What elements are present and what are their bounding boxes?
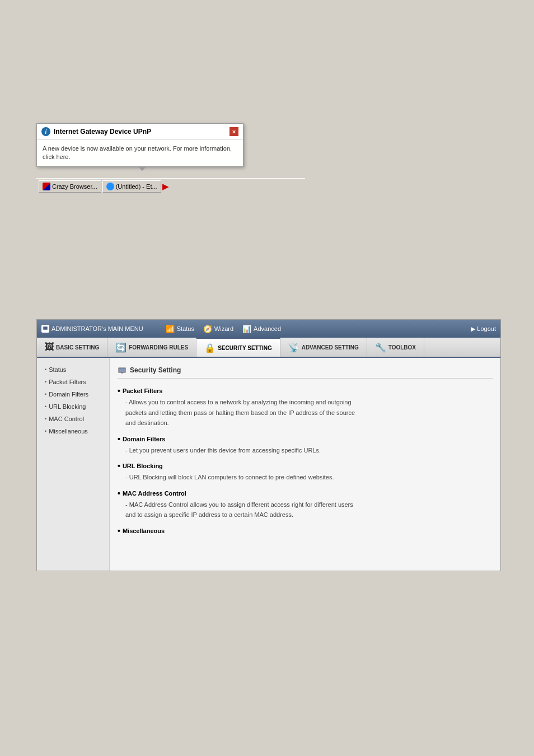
tooltip-header: i Internet Gateway Device UPnP × [37, 124, 243, 140]
info-icon: i [41, 127, 50, 136]
miscellaneous-title-label: Miscellaneous [123, 528, 165, 534]
svg-rect-2 [119, 368, 125, 372]
forwarding-rules-icon: 🔄 [115, 342, 127, 353]
mac-control-desc: - MAC Address Control allows you to assi… [118, 500, 493, 520]
sidebar-item-domain-filters-label: Domain Filters [49, 391, 88, 398]
packet-filters-desc: - Allows you to control access to a netw… [118, 398, 493, 428]
top-nav-links: 📶 Status 🧭 Wizard 📊 Advanced [166, 325, 281, 333]
wizard-icon: 🧭 [203, 325, 212, 333]
packet-filters-title-label: Packet Filters [123, 388, 163, 394]
top-nav: ADMINISTRATOR's MAIN MENU 📶 Status 🧭 Wiz… [37, 320, 500, 338]
tooltip-title: Internet Gateway Device UPnP [54, 128, 151, 136]
sidebar-item-mac-control[interactable]: • MAC Control [37, 413, 109, 425]
bullet-icon: • [118, 435, 120, 444]
bullet-icon: • [118, 461, 120, 470]
taskbar: Crazy Browser... (Untitled) - Et... ▶ [36, 178, 305, 194]
tooltip-popup: i Internet Gateway Device UPnP × A new d… [36, 123, 243, 167]
sidebar-item-miscellaneous[interactable]: • Miscellaneous [37, 425, 109, 437]
bullet-icon: • [45, 428, 46, 434]
nav-link-advanced[interactable]: 📊 Advanced [242, 325, 281, 333]
forwarding-rules-label: FORWARDING RULES [129, 344, 188, 351]
content-item-url-blocking-title: • URL Blocking [118, 461, 493, 470]
main-content: Security Setting • Packet Filters - Allo… [110, 358, 500, 571]
logout-button[interactable]: ▶ Logout [471, 325, 496, 333]
mac-control-title-label: MAC Address Control [123, 490, 186, 497]
basic-setting-icon: 🖼 [45, 342, 54, 352]
content-item-packet-filters-title: • Packet Filters [118, 386, 493, 395]
content-item-miscellaneous: • Miscellaneous [118, 526, 493, 535]
packet-filters-desc-line-0: - Allows you to control access to a netw… [125, 398, 493, 407]
security-setting-icon: 🔒 [204, 343, 216, 353]
sidebar-item-mac-control-label: MAC Control [49, 416, 84, 422]
bullet-icon: • [45, 404, 46, 409]
url-blocking-desc: - URL Blocking will block LAN computers … [118, 473, 493, 482]
bullet-icon: • [45, 379, 46, 385]
router-admin-container: ADMINISTRATOR's MAIN MENU 📶 Status 🧭 Wiz… [36, 319, 501, 571]
sidebar-item-domain-filters[interactable]: • Domain Filters [37, 388, 109, 400]
sidebar-item-miscellaneous-label: Miscellaneous [49, 428, 88, 435]
url-blocking-desc-line-0: - URL Blocking will block LAN computers … [125, 473, 493, 482]
taskbar-item-crazy-browser[interactable]: Crazy Browser... [39, 180, 101, 193]
taskbar-arrow: ▶ [162, 182, 168, 191]
advanced-setting-icon: 📡 [288, 342, 299, 353]
bullet-icon: • [45, 367, 46, 372]
tooltip-tail [138, 166, 147, 171]
packet-filters-desc-line-1: packets and letting them pass or halting… [125, 408, 493, 418]
nav-link-status[interactable]: 📶 Status [166, 325, 194, 333]
content-item-domain-filters-title: • Domain Filters [118, 435, 493, 444]
section-header: Security Setting [118, 366, 493, 379]
taskbar-item-browser[interactable]: (Untitled) - Et... [102, 180, 161, 193]
svg-rect-0 [43, 326, 48, 330]
advanced-icon: 📊 [242, 325, 251, 333]
status-icon: 📶 [166, 325, 175, 333]
domain-filters-desc-line-0: - Let you prevent users under this devic… [125, 446, 493, 455]
mac-control-desc-line-0: - MAC Address Control allows you to assi… [125, 500, 493, 510]
url-blocking-title-label: URL Blocking [123, 463, 163, 469]
brand-label: ADMINISTRATOR's MAIN MENU [51, 325, 143, 332]
svg-rect-3 [121, 372, 123, 373]
secnav-forwarding-rules[interactable]: 🔄 FORWARDING RULES [107, 338, 196, 357]
bullet-icon: • [118, 386, 120, 395]
basic-setting-label: BASIC SETTING [56, 344, 99, 351]
tooltip-close-button[interactable]: × [229, 127, 238, 136]
domain-filters-title-label: Domain Filters [123, 436, 165, 442]
crazy-browser-icon [43, 183, 50, 190]
tooltip-header-left: i Internet Gateway Device UPnP [41, 127, 151, 136]
sidebar-item-url-blocking-label: URL Blocking [49, 403, 86, 410]
packet-filters-desc-line-2: and destination. [125, 418, 493, 428]
sec-nav: 🖼 BASIC SETTING 🔄 FORWARDING RULES 🔒 SEC… [37, 338, 500, 358]
secnav-toolbox[interactable]: 🔧 TOOLBOX [367, 338, 424, 357]
nav-link-wizard-label: Wizard [214, 325, 233, 332]
secnav-security-setting[interactable]: 🔒 SECURITY SETTING [196, 338, 280, 357]
nav-link-advanced-label: Advanced [254, 325, 281, 332]
section-header-title: Security Setting [130, 366, 181, 374]
domain-filters-desc: - Let you prevent users under this devic… [118, 446, 493, 455]
secnav-advanced-setting[interactable]: 📡 ADVANCED SETTING [280, 338, 367, 357]
content-area: • Status • Packet Filters • Domain Filte… [37, 358, 500, 571]
bullet-icon: • [45, 416, 46, 422]
nav-link-status-label: Status [177, 325, 194, 332]
brand: ADMINISTRATOR's MAIN MENU [41, 325, 143, 333]
content-item-domain-filters: • Domain Filters - Let you prevent users… [118, 435, 493, 455]
sidebar: • Status • Packet Filters • Domain Filte… [37, 358, 110, 571]
content-item-mac-control: • MAC Address Control - MAC Address Cont… [118, 489, 493, 520]
sidebar-item-packet-filters[interactable]: • Packet Filters [37, 376, 109, 388]
content-item-miscellaneous-title: • Miscellaneous [118, 526, 493, 535]
taskbar-item-label: Crazy Browser... [52, 183, 97, 190]
toolbox-icon: 🔧 [375, 342, 386, 353]
bullet-icon: • [118, 526, 120, 535]
toolbox-label: TOOLBOX [388, 344, 416, 351]
sidebar-item-url-blocking[interactable]: • URL Blocking [37, 400, 109, 413]
secnav-basic-setting[interactable]: 🖼 BASIC SETTING [37, 338, 107, 357]
taskbar-item-label-2: (Untitled) - Et... [116, 183, 157, 190]
content-item-mac-control-title: • MAC Address Control [118, 489, 493, 498]
sidebar-item-status[interactable]: • Status [37, 363, 109, 376]
bullet-icon: • [118, 489, 120, 498]
nav-link-wizard[interactable]: 🧭 Wizard [203, 325, 233, 333]
tooltip-body: A new device is now available on your ne… [37, 140, 243, 166]
security-setting-label: SECURITY SETTING [218, 345, 272, 351]
mac-control-desc-line-1: and to assign a specific IP address to a… [125, 510, 493, 520]
browser-icon [106, 183, 114, 190]
sidebar-item-packet-filters-label: Packet Filters [49, 379, 86, 385]
section-header-icon [118, 366, 127, 375]
